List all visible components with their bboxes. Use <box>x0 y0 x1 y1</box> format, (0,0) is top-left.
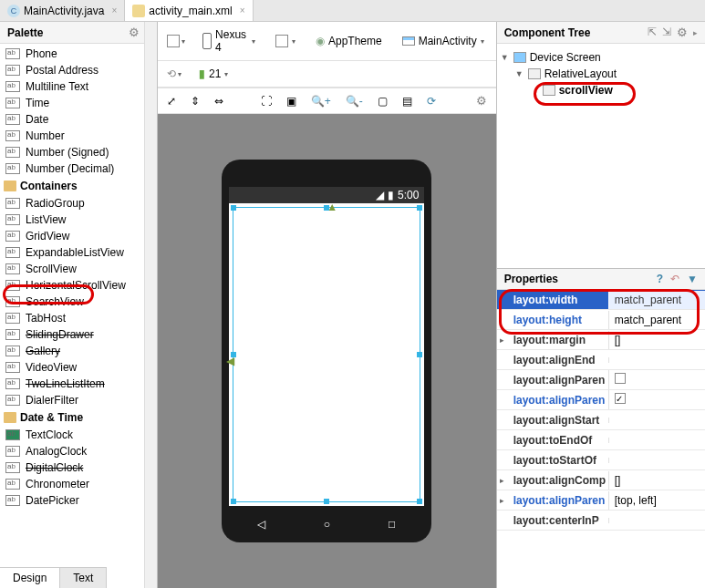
tree-row-device[interactable]: ▼Device Screen <box>501 49 701 66</box>
settings-icon[interactable] <box>472 92 491 109</box>
tab-activity-main-xml[interactable]: activity_main.xml × <box>125 0 253 21</box>
prop-row[interactable]: layout:toStartOf <box>497 450 705 470</box>
expand-icon[interactable]: ⇱ <box>648 26 657 39</box>
palette-item[interactable]: Number <box>0 128 157 144</box>
palette-item[interactable]: Phone <box>0 46 157 62</box>
scrollview-selection[interactable]: ▲ ◀ <box>233 207 420 502</box>
resize-handle[interactable] <box>417 205 422 211</box>
folder-icon <box>4 181 16 191</box>
hide-icon[interactable] <box>693 26 698 39</box>
palette-item[interactable]: Chronometer <box>0 476 157 492</box>
text-tab[interactable]: Text <box>60 568 107 588</box>
align-tool-icon[interactable]: ⇔ <box>211 93 227 109</box>
tree-row-relativelayout[interactable]: ▼RelativeLayout <box>501 66 701 82</box>
refresh-icon[interactable]: ⟲▾ <box>163 66 185 82</box>
refresh-preview-icon[interactable]: ⟳ <box>423 93 440 109</box>
component-tree-body: ▼Device Screen ▼RelativeLayout scrollVie… <box>497 44 705 104</box>
prop-row-layout-height[interactable]: layout:heightmatch_parent <box>497 310 705 330</box>
palette-item[interactable]: Time <box>0 95 157 111</box>
palette-item[interactable]: Number (Signed) <box>0 144 157 160</box>
palette-item[interactable]: DatePicker <box>0 492 157 509</box>
undo-icon[interactable]: ↶ <box>670 273 679 285</box>
palette-item[interactable]: Multiline Text <box>0 78 157 95</box>
design-text-tabs: Design Text <box>0 567 107 588</box>
palette-item[interactable]: TabHost <box>0 310 157 326</box>
orientation-selector[interactable]: ▾ <box>269 32 302 50</box>
checkbox-checked-icon[interactable] <box>615 393 626 404</box>
palette-item[interactable]: DialerFilter <box>0 392 157 408</box>
gear-icon[interactable] <box>677 26 688 39</box>
palette-item[interactable]: HorizontalScrollView <box>0 277 157 294</box>
prop-row[interactable]: layout:alignParen <box>497 370 705 390</box>
zoom-in-icon[interactable]: 🔍+ <box>307 93 335 109</box>
tree-row-scrollview[interactable]: scrollView <box>501 82 701 98</box>
palette-item[interactable]: ExpandableListView <box>0 244 157 261</box>
expander-icon[interactable]: ▸ <box>497 335 508 345</box>
activity-selector[interactable]: MainActivity▾ <box>396 32 491 50</box>
prop-row[interactable]: ▸layout:alignComp[] <box>497 470 705 490</box>
palette-item[interactable]: Date <box>0 111 157 128</box>
theme-selector[interactable]: ◉AppTheme <box>309 32 389 50</box>
prop-row[interactable]: layout:alignEnd <box>497 350 705 370</box>
expander-icon[interactable]: ▸ <box>497 476 508 485</box>
palette-item[interactable]: TextClock <box>0 427 157 443</box>
palette-item[interactable]: Number (Decimal) <box>0 160 157 177</box>
gear-icon[interactable] <box>129 26 140 39</box>
prop-row-layout-margin[interactable]: ▸layout:margin[] <box>497 330 705 350</box>
resize-handle[interactable] <box>231 499 236 504</box>
device-selector[interactable]: Nexus 4▾ <box>196 26 262 57</box>
palette-item[interactable]: Postal Address <box>0 62 157 78</box>
palette-item[interactable]: TwoLineListItem <box>0 376 157 392</box>
phone-screen[interactable]: ◢ ▮ 5:00 ▲ ◀ <box>229 187 424 506</box>
design-tab[interactable]: Design <box>0 568 60 588</box>
prop-row[interactable]: layout:centerInP <box>497 511 705 531</box>
layers-icon[interactable]: ▤ <box>399 93 416 109</box>
prop-row[interactable]: ▸layout:alignParen[top, left] <box>497 490 705 511</box>
palette-item[interactable]: Gallery <box>0 343 157 359</box>
resize-handle[interactable] <box>324 499 329 504</box>
palette-item[interactable]: AnalogClock <box>0 443 157 459</box>
textfield-icon <box>5 81 20 92</box>
palette-toggle-icon[interactable]: ▾ <box>163 33 189 49</box>
palette-item[interactable]: VideoView <box>0 359 157 376</box>
designer-toolbar-3: ⤢ ⇕ ⇔ ⛶ ▣ 🔍+ 🔍- ▢ ▤ ⟳ <box>158 88 496 114</box>
expander-icon[interactable]: ▸ <box>497 496 508 505</box>
textfield-icon <box>5 147 20 158</box>
api-selector[interactable]: ▮21▾ <box>192 65 234 83</box>
capture-icon[interactable]: ▢ <box>374 93 391 109</box>
resize-handle[interactable] <box>231 205 236 211</box>
resize-handle[interactable] <box>417 499 422 504</box>
zoom-out-icon[interactable]: 🔍- <box>342 93 367 109</box>
palette-panel: Palette Phone Postal Address Multiline T… <box>0 22 158 588</box>
palette-item[interactable]: SearchView <box>0 294 157 310</box>
canvas-area[interactable]: ◢ ▮ 5:00 ▲ ◀ <box>158 114 496 588</box>
close-tab-icon[interactable]: × <box>240 5 245 15</box>
align-tool-icon[interactable]: ⇕ <box>187 93 203 109</box>
palette-item-scrollview[interactable]: ScrollView <box>0 261 157 277</box>
palette-category-containers[interactable]: Containers <box>0 177 157 195</box>
palette-category-datetime[interactable]: Date & Time <box>0 408 157 427</box>
palette-item[interactable]: ListView <box>0 211 157 228</box>
prop-row[interactable]: layout:toEndOf <box>497 430 705 450</box>
expander-icon[interactable]: ▼ <box>501 53 510 62</box>
prop-row[interactable]: layout:alignParen <box>497 390 705 410</box>
tab-main-activity[interactable]: C MainActivity.java × <box>0 0 125 21</box>
help-icon[interactable]: ? <box>657 273 663 285</box>
filter-icon[interactable]: ▼ <box>687 273 698 285</box>
zoom-fit-icon[interactable]: ⛶ <box>257 93 275 109</box>
collapse-icon[interactable]: ⇲ <box>662 26 671 39</box>
resize-handle[interactable] <box>417 352 422 357</box>
palette-item[interactable]: SlidingDrawer <box>0 326 157 343</box>
palette-item[interactable]: RadioGroup <box>0 195 157 211</box>
prop-row[interactable]: layout:alignStart <box>497 410 705 430</box>
expander-icon[interactable]: ▼ <box>515 69 524 78</box>
align-tool-icon[interactable]: ⤢ <box>163 93 180 109</box>
container-icon <box>5 362 20 373</box>
zoom-actual-icon[interactable]: ▣ <box>283 93 300 109</box>
palette-scrollbar[interactable] <box>144 22 157 588</box>
palette-item[interactable]: GridView <box>0 228 157 244</box>
close-tab-icon[interactable]: × <box>111 5 117 15</box>
checkbox-icon[interactable] <box>615 373 626 384</box>
palette-item[interactable]: DigitalClock <box>0 459 157 476</box>
prop-row-layout-width[interactable]: layout:widthmatch_parent <box>497 290 705 310</box>
